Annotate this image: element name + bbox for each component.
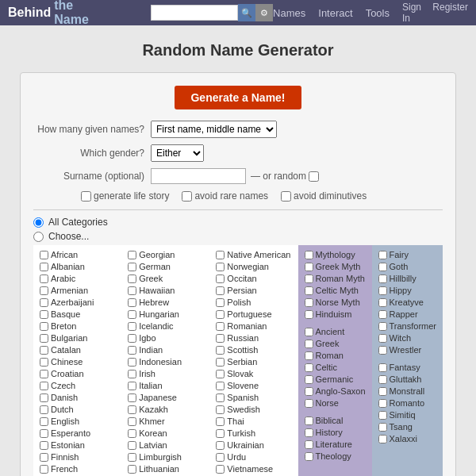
category-checkbox-german[interactable]	[128, 263, 136, 271]
category-checkbox-norse-myth[interactable]	[305, 298, 313, 307]
category-label[interactable]: Norse	[316, 398, 339, 408]
category-label[interactable]: Kazakh	[139, 405, 168, 414]
category-checkbox-witch[interactable]	[378, 334, 387, 343]
category-checkbox-germanic[interactable]	[305, 375, 313, 384]
category-label[interactable]: Vietnamese	[227, 464, 273, 474]
search-button[interactable]: 🔍	[238, 4, 255, 21]
category-checkbox-korean[interactable]	[128, 429, 136, 438]
avoid-diminutives-checkbox[interactable]	[281, 191, 291, 202]
category-label[interactable]: Slovak	[227, 369, 253, 378]
category-label[interactable]: Slovene	[227, 381, 259, 390]
category-label[interactable]: Indian	[139, 345, 163, 355]
category-checkbox-mythology[interactable]	[305, 251, 313, 259]
category-checkbox-goth[interactable]	[378, 263, 387, 271]
category-checkbox-indian[interactable]	[128, 346, 136, 355]
category-checkbox-hungarian[interactable]	[128, 310, 136, 319]
category-checkbox-simitiq[interactable]	[378, 411, 387, 420]
search-input[interactable]	[151, 5, 238, 21]
category-label[interactable]: Fairy	[390, 250, 409, 259]
category-checkbox-hebrew[interactable]	[128, 298, 136, 307]
category-label[interactable]: Korean	[139, 428, 167, 438]
category-label[interactable]: Anglo-Saxon	[316, 386, 366, 396]
category-label[interactable]: Romanto	[390, 398, 425, 408]
category-checkbox-japanese[interactable]	[128, 393, 136, 402]
given-names-select[interactable]: First name, middle name First name only …	[151, 121, 277, 138]
category-label[interactable]: Scottish	[227, 345, 258, 355]
category-label[interactable]: Norwegian	[227, 262, 269, 271]
category-label[interactable]: Goth	[390, 262, 409, 271]
random-surname-checkbox[interactable]	[309, 171, 319, 182]
category-checkbox-icelandic[interactable]	[128, 322, 136, 331]
nav-names[interactable]: Names	[273, 7, 305, 19]
category-label[interactable]: Witch	[390, 333, 412, 343]
category-label[interactable]: Theology	[316, 451, 351, 461]
category-checkbox-lithuanian[interactable]	[128, 465, 136, 474]
category-label[interactable]: History	[316, 428, 343, 437]
category-checkbox-spanish[interactable]	[216, 393, 225, 402]
category-checkbox-scottish[interactable]	[216, 346, 225, 355]
category-checkbox-norwegian[interactable]	[216, 263, 225, 271]
avoid-diminutives-label[interactable]: avoid diminutives	[281, 190, 367, 202]
category-checkbox-celtic[interactable]	[305, 363, 313, 372]
category-label[interactable]: Estonian	[51, 440, 85, 450]
category-checkbox-polish[interactable]	[216, 298, 225, 307]
category-label[interactable]: Limburgish	[139, 452, 182, 462]
category-label[interactable]: Ukrainian	[227, 440, 263, 450]
category-label[interactable]: Polish	[227, 298, 251, 307]
category-checkbox-greek[interactable]	[128, 274, 136, 283]
category-label[interactable]: Fantasy	[390, 363, 420, 372]
category-checkbox-breton[interactable]	[40, 322, 48, 331]
category-label[interactable]: French	[51, 464, 78, 474]
category-checkbox-norse[interactable]	[305, 399, 313, 408]
category-label[interactable]: Literature	[316, 440, 352, 449]
category-label[interactable]: Hebrew	[139, 298, 169, 307]
category-checkbox-arabic[interactable]	[40, 274, 48, 283]
category-label[interactable]: Celtic	[316, 363, 338, 372]
category-checkbox-czech[interactable]	[40, 382, 48, 390]
category-label[interactable]: Basque	[51, 309, 80, 319]
category-label[interactable]: Georgian	[139, 250, 175, 259]
nav-tools[interactable]: Tools	[366, 7, 390, 19]
category-checkbox-slovak[interactable]	[216, 370, 225, 378]
category-label[interactable]: Hungarian	[139, 309, 179, 319]
category-checkbox-dutch[interactable]	[40, 405, 48, 414]
category-label[interactable]: Dutch	[51, 405, 74, 414]
category-checkbox-albanian[interactable]	[40, 263, 48, 271]
category-label[interactable]: Native American	[227, 250, 290, 259]
category-checkbox-rapper[interactable]	[378, 310, 387, 319]
category-checkbox-celtic-myth[interactable]	[305, 286, 313, 295]
category-label[interactable]: Ancient	[316, 327, 345, 336]
category-checkbox-swedish[interactable]	[216, 405, 225, 414]
category-checkbox-vietnamese[interactable]	[216, 465, 225, 474]
category-checkbox-greek-myth[interactable]	[305, 263, 313, 271]
category-label[interactable]: Latvian	[139, 440, 167, 450]
life-story-checkbox[interactable]	[81, 191, 91, 202]
category-label[interactable]: Japanese	[139, 393, 177, 402]
category-checkbox-fairy[interactable]	[378, 251, 387, 259]
category-label[interactable]: Breton	[51, 321, 76, 331]
category-label[interactable]: Hippy	[390, 286, 412, 295]
category-label[interactable]: Occitan	[227, 274, 256, 283]
category-label[interactable]: Greek	[139, 274, 163, 283]
category-checkbox-roman[interactable]	[305, 351, 313, 360]
category-checkbox-khmer[interactable]	[128, 417, 136, 426]
category-label[interactable]: Arabic	[51, 274, 75, 283]
category-label[interactable]: Monstrall	[390, 386, 425, 396]
category-checkbox-persian[interactable]	[216, 286, 225, 295]
category-label[interactable]: Hillbilly	[390, 274, 416, 283]
category-checkbox-portuguese[interactable]	[216, 310, 225, 319]
nav-interact[interactable]: Interact	[318, 7, 352, 19]
category-checkbox-fantasy[interactable]	[378, 363, 387, 372]
category-checkbox-slovene[interactable]	[216, 382, 225, 390]
category-checkbox-urdu[interactable]	[216, 453, 225, 462]
category-label[interactable]: Turkish	[227, 428, 255, 438]
category-checkbox-theology[interactable]	[305, 452, 313, 461]
category-label[interactable]: Chinese	[51, 357, 83, 367]
register-link[interactable]: Register	[432, 2, 468, 24]
category-checkbox-serbian[interactable]	[216, 358, 225, 367]
choose-categories-radio[interactable]	[33, 232, 44, 242]
category-label[interactable]: Rapper	[390, 309, 418, 319]
category-label[interactable]: Gluttakh	[390, 374, 422, 384]
category-label[interactable]: Croatian	[51, 369, 84, 378]
category-label[interactable]: Finnish	[51, 452, 79, 462]
